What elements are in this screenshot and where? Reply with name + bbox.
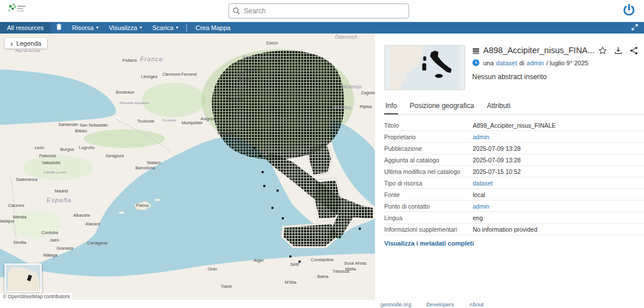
title-actions: [598, 46, 644, 55]
row-value: 2025-07-09 13:28: [473, 157, 521, 164]
row-label: Tipo di risorsa: [384, 180, 473, 187]
row-value: local: [473, 191, 485, 198]
navbar-menu-visualizza[interactable]: Visualizza▾: [104, 22, 147, 34]
top-header: [0, 0, 644, 22]
table-row: Pubblicazione2025-07-09 13:28: [384, 143, 644, 154]
search-icon: [232, 7, 240, 15]
favorite-star-button[interactable]: [598, 46, 607, 55]
row-value: 2025-07-15 10:52: [473, 168, 521, 175]
table-row: Tipo di risorsadataset: [384, 177, 644, 189]
footer-link-about[interactable]: About: [469, 301, 484, 307]
panel-header: A898_Accipiter_nisus_FINA...: [384, 45, 644, 90]
row-label: Pubblicazione: [384, 145, 473, 152]
title-row: A898_Accipiter_nisus_FINA...: [472, 46, 644, 55]
byline-di: di: [519, 60, 524, 66]
table-row: Fontelocal: [384, 189, 644, 201]
row-value[interactable]: admin: [473, 203, 490, 210]
byline-dataset-link[interactable]: dataset: [496, 60, 517, 66]
all-resources-button[interactable]: All resources: [0, 22, 51, 34]
row-value[interactable]: admin: [473, 133, 490, 140]
menu-label: Risorsa: [72, 24, 94, 31]
row-value: 2025-07-09 13:28: [473, 145, 521, 152]
search-box: [228, 3, 409, 18]
navbar-divider: [186, 24, 187, 32]
chevron-down-icon: ▾: [176, 25, 178, 30]
navbar: All resources Risorsa▾Visualizza▾Scarica…: [0, 22, 644, 34]
navbar-menus: Risorsa▾Visualizza▾Scarica▾: [67, 22, 183, 34]
app-logo[interactable]: [7, 2, 30, 20]
footer-link-geonode.org[interactable]: geonode.org: [380, 301, 411, 307]
map-attribution: © OpenStreetMap contributors: [0, 293, 72, 300]
table-row: Ultima modifica nel catalogo2025-07-15 1…: [384, 166, 644, 177]
overview-minimap[interactable]: [5, 264, 42, 292]
panel-header-right: A898_Accipiter_nisus_FINA...: [472, 45, 644, 90]
row-label: Proprietario: [384, 133, 473, 140]
row-label: Lingua: [384, 214, 473, 221]
row-label: Ultima modifica nel catalogo: [384, 168, 473, 175]
expand-icon: [631, 24, 638, 32]
footer-links: geonode.orgDevelopersAbout: [110, 300, 644, 308]
trash-icon: [56, 23, 62, 32]
row-label: Fonte: [384, 191, 473, 198]
byline-date: / luglio 9° 2025: [546, 60, 588, 66]
chevron-down-icon: ▾: [96, 25, 98, 30]
row-label: Punto di contatto: [384, 203, 473, 210]
create-map-button[interactable]: Crea Mappa: [190, 22, 237, 34]
table-row: Punto di contattoadmin: [384, 201, 644, 212]
tab-attributi[interactable]: Attributi: [485, 99, 511, 114]
byline-prefix: una: [483, 60, 494, 66]
dataset-icon: [472, 47, 480, 54]
row-value: eng: [473, 214, 483, 221]
search-input[interactable]: [228, 3, 409, 18]
row-label: Aggiunta al catalogo: [384, 157, 473, 164]
row-label: Titolo: [384, 122, 473, 129]
row-value: A898_Accipiter_nisus_FINALE: [473, 122, 556, 129]
footer-link-developers[interactable]: Developers: [426, 301, 454, 307]
byline-owner-link[interactable]: admin: [527, 60, 544, 66]
byline: una dataset di admin / luglio 9° 2025: [472, 59, 644, 66]
row-label: Informazioni supplementari: [384, 226, 473, 233]
share-button[interactable]: [630, 46, 638, 55]
basemap: [0, 34, 375, 300]
table-row: Informazioni supplementariNo information…: [384, 224, 644, 235]
menu-label: Visualizza: [109, 24, 137, 31]
navbar-menu-scarica[interactable]: Scarica▾: [147, 22, 183, 34]
menu-label: Scarica: [152, 24, 174, 31]
detail-panel: ×: [375, 34, 644, 300]
main-content: ZürichSchweiz/Suisse/SvizzeraÖsterreichS…: [0, 34, 644, 300]
full-metadata-link[interactable]: Visualizza i metadati completi: [384, 240, 474, 247]
tab-posizione-geografica[interactable]: Posizione geografica: [409, 99, 475, 114]
legend-toggle-button[interactable]: › Legenda: [5, 38, 47, 49]
download-button[interactable]: [614, 46, 623, 55]
app-root: All resources Risorsa▾Visualizza▾Scarica…: [0, 0, 644, 308]
abstract-text: Nessun abstract inserito: [472, 73, 644, 81]
legend-label: Legenda: [16, 40, 41, 47]
row-value: No information provided: [473, 226, 537, 233]
chevron-down-icon: ▾: [139, 25, 142, 30]
table-row: Proprietarioadmin: [384, 131, 644, 143]
resource-type-icon: [472, 59, 480, 66]
row-value[interactable]: dataset: [473, 180, 492, 187]
navbar-menu-risorsa[interactable]: Risorsa▾: [67, 22, 104, 34]
table-row: TitoloA898_Accipiter_nisus_FINALE: [384, 120, 644, 131]
trash-icon-button[interactable]: [51, 22, 67, 34]
panel-tabs: InfoPosizione geograficaAttributi: [384, 99, 644, 115]
resource-title: A898_Accipiter_nisus_FINA...: [483, 46, 595, 55]
power-button[interactable]: [621, 3, 637, 19]
info-table: TitoloA898_Accipiter_nisus_FINALEProprie…: [384, 120, 644, 235]
map-canvas[interactable]: ZürichSchweiz/Suisse/SvizzeraÖsterreichS…: [0, 34, 375, 300]
tab-info[interactable]: Info: [384, 99, 398, 114]
expand-icon-button[interactable]: [625, 22, 644, 34]
table-row: Linguaeng: [384, 212, 644, 224]
table-row: Aggiunta al catalogo2025-07-09 13:28: [384, 154, 644, 166]
resource-thumbnail: [384, 45, 465, 90]
chevron-right-icon: ›: [10, 41, 13, 46]
